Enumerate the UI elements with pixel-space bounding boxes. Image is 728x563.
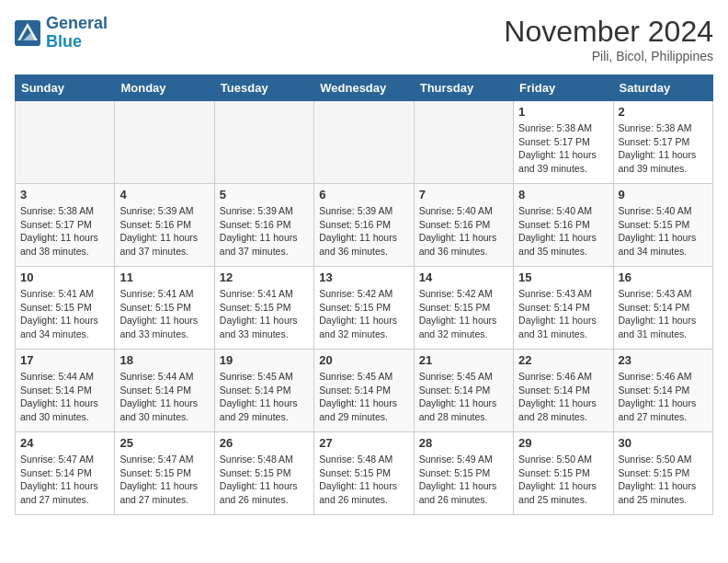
day-number: 2 [619,105,708,119]
day-info: Sunrise: 5:42 AMSunset: 5:15 PMDaylight:… [319,287,408,341]
day-info: Sunrise: 5:39 AMSunset: 5:16 PMDaylight:… [119,204,209,259]
calendar-cell: 21Sunrise: 5:45 AMSunset: 5:14 PMDayligh… [414,350,513,432]
calendar-week-row: 24Sunrise: 5:47 AMSunset: 5:14 PMDayligh… [16,432,713,515]
calendar-cell: 13Sunrise: 5:42 AMSunset: 5:15 PMDayligh… [314,267,414,350]
page-header: General Blue November 2024 Pili, Bicol, … [15,15,713,63]
day-info: Sunrise: 5:46 AMSunset: 5:14 PMDaylight:… [619,370,708,424]
day-number: 13 [319,270,408,284]
day-number: 28 [419,436,508,450]
calendar-cell: 10Sunrise: 5:41 AMSunset: 5:15 PMDayligh… [16,267,115,350]
day-number: 21 [419,353,508,367]
weekday-header: Sunday [16,75,115,101]
day-info: Sunrise: 5:50 AMSunset: 5:15 PMDaylight:… [619,453,708,507]
day-info: Sunrise: 5:47 AMSunset: 5:14 PMDaylight:… [20,453,109,507]
calendar-week-row: 10Sunrise: 5:41 AMSunset: 5:15 PMDayligh… [16,267,713,350]
calendar-cell: 23Sunrise: 5:46 AMSunset: 5:14 PMDayligh… [613,350,712,432]
day-info: Sunrise: 5:47 AMSunset: 5:15 PMDaylight:… [119,453,209,507]
day-number: 3 [20,188,109,201]
day-number: 10 [20,270,109,284]
calendar-cell [314,101,414,184]
calendar-cell: 18Sunrise: 5:44 AMSunset: 5:14 PMDayligh… [115,350,214,432]
weekday-header: Saturday [613,75,712,101]
logo-line2: Blue [46,32,82,51]
weekday-header: Thursday [414,75,513,101]
location: Pili, Bicol, Philippines [504,49,713,63]
day-number: 19 [220,353,309,367]
day-number: 15 [518,270,608,284]
day-number: 22 [518,353,608,367]
calendar-cell: 6Sunrise: 5:39 AMSunset: 5:16 PMDaylight… [314,184,414,267]
calendar-cell: 11Sunrise: 5:41 AMSunset: 5:15 PMDayligh… [115,267,214,350]
day-info: Sunrise: 5:43 AMSunset: 5:14 PMDaylight:… [518,287,608,341]
calendar-cell [115,101,214,184]
calendar-cell: 19Sunrise: 5:45 AMSunset: 5:14 PMDayligh… [214,350,313,432]
day-number: 12 [220,270,309,284]
month-title: November 2024 [504,15,713,49]
calendar-cell: 5Sunrise: 5:39 AMSunset: 5:16 PMDaylight… [214,184,313,267]
day-number: 11 [119,270,209,284]
day-number: 6 [319,188,408,201]
day-number: 24 [20,436,109,450]
day-number: 30 [619,436,708,450]
day-info: Sunrise: 5:42 AMSunset: 5:15 PMDaylight:… [419,287,508,341]
day-info: Sunrise: 5:38 AMSunset: 5:17 PMDaylight:… [619,121,708,176]
calendar-cell: 9Sunrise: 5:40 AMSunset: 5:15 PMDaylight… [613,184,712,267]
day-number: 27 [319,436,408,450]
day-info: Sunrise: 5:45 AMSunset: 5:14 PMDaylight:… [419,370,508,424]
day-info: Sunrise: 5:50 AMSunset: 5:15 PMDaylight:… [518,453,608,507]
day-number: 7 [419,188,508,201]
weekday-header: Wednesday [314,75,414,101]
day-number: 18 [119,353,209,367]
day-number: 9 [619,188,708,201]
day-info: Sunrise: 5:39 AMSunset: 5:16 PMDaylight:… [220,204,309,259]
day-info: Sunrise: 5:44 AMSunset: 5:14 PMDaylight:… [20,370,109,424]
calendar-cell: 27Sunrise: 5:48 AMSunset: 5:15 PMDayligh… [314,432,414,515]
calendar-cell: 14Sunrise: 5:42 AMSunset: 5:15 PMDayligh… [414,267,513,350]
title-block: November 2024 Pili, Bicol, Philippines [504,15,713,63]
weekday-header: Monday [115,75,214,101]
calendar-cell: 7Sunrise: 5:40 AMSunset: 5:16 PMDaylight… [414,184,513,267]
calendar-cell: 25Sunrise: 5:47 AMSunset: 5:15 PMDayligh… [115,432,214,515]
weekday-header: Tuesday [214,75,313,101]
day-number: 23 [619,353,708,367]
calendar-cell [214,101,313,184]
calendar-cell: 8Sunrise: 5:40 AMSunset: 5:16 PMDaylight… [514,184,613,267]
day-info: Sunrise: 5:38 AMSunset: 5:17 PMDaylight:… [518,121,608,176]
day-number: 8 [518,188,608,201]
calendar-week-row: 1Sunrise: 5:38 AMSunset: 5:17 PMDaylight… [16,101,713,184]
logo-line1: General [46,14,108,32]
day-info: Sunrise: 5:40 AMSunset: 5:16 PMDaylight:… [518,204,608,259]
day-number: 29 [518,436,608,450]
calendar-week-row: 3Sunrise: 5:38 AMSunset: 5:17 PMDaylight… [16,184,713,267]
calendar-cell: 12Sunrise: 5:41 AMSunset: 5:15 PMDayligh… [214,267,313,350]
weekday-header: Friday [514,75,613,101]
day-info: Sunrise: 5:39 AMSunset: 5:16 PMDaylight:… [319,204,408,259]
day-number: 1 [518,105,608,119]
calendar-table: SundayMondayTuesdayWednesdayThursdayFrid… [15,75,713,515]
calendar-cell: 22Sunrise: 5:46 AMSunset: 5:14 PMDayligh… [514,350,613,432]
day-info: Sunrise: 5:48 AMSunset: 5:15 PMDaylight:… [220,453,309,507]
day-info: Sunrise: 5:40 AMSunset: 5:16 PMDaylight:… [419,204,508,259]
day-info: Sunrise: 5:40 AMSunset: 5:15 PMDaylight:… [619,204,708,259]
calendar-cell: 20Sunrise: 5:45 AMSunset: 5:14 PMDayligh… [314,350,414,432]
day-number: 4 [119,188,209,201]
calendar-cell: 29Sunrise: 5:50 AMSunset: 5:15 PMDayligh… [514,432,613,515]
day-number: 14 [419,270,508,284]
weekday-header-row: SundayMondayTuesdayWednesdayThursdayFrid… [16,75,713,101]
calendar-cell: 17Sunrise: 5:44 AMSunset: 5:14 PMDayligh… [16,350,115,432]
day-number: 25 [119,436,209,450]
day-info: Sunrise: 5:49 AMSunset: 5:15 PMDaylight:… [419,453,508,507]
day-info: Sunrise: 5:38 AMSunset: 5:17 PMDaylight:… [20,204,109,259]
day-info: Sunrise: 5:43 AMSunset: 5:14 PMDaylight:… [619,287,708,341]
day-info: Sunrise: 5:48 AMSunset: 5:15 PMDaylight:… [319,453,408,507]
calendar-week-row: 17Sunrise: 5:44 AMSunset: 5:14 PMDayligh… [16,350,713,432]
calendar-cell: 30Sunrise: 5:50 AMSunset: 5:15 PMDayligh… [613,432,712,515]
day-info: Sunrise: 5:41 AMSunset: 5:15 PMDaylight:… [220,287,309,341]
logo-text: General Blue [46,15,108,52]
logo-icon [15,20,40,46]
day-number: 16 [619,270,708,284]
calendar-cell [16,101,115,184]
day-info: Sunrise: 5:45 AMSunset: 5:14 PMDaylight:… [319,370,408,424]
day-info: Sunrise: 5:46 AMSunset: 5:14 PMDaylight:… [518,370,608,424]
calendar-cell: 28Sunrise: 5:49 AMSunset: 5:15 PMDayligh… [414,432,513,515]
